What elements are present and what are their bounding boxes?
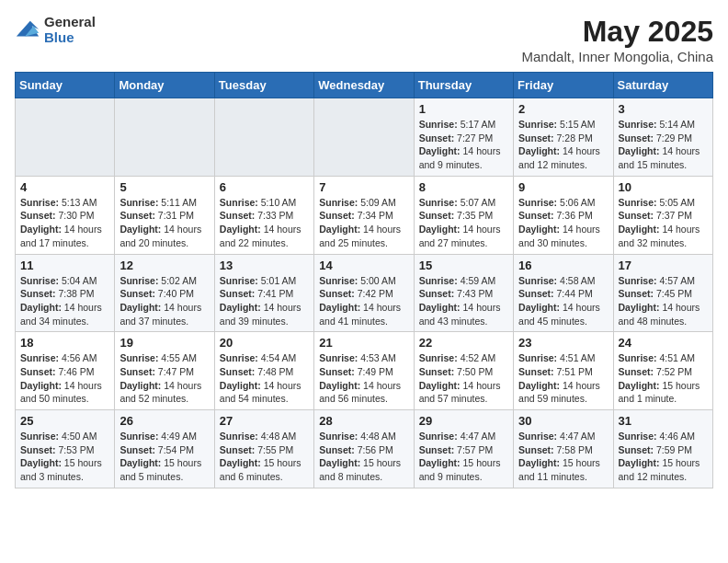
day-number: 11: [20, 259, 109, 272]
calendar-cell: 17Sunrise: 4:57 AMSunset: 7:45 PMDayligh…: [613, 254, 712, 332]
cell-info-line: Daylight: 15 hours and 5 minutes.: [119, 456, 209, 483]
cell-info-line: Daylight: 15 hours and 12 minutes.: [619, 456, 708, 483]
day-header-sunday: Sunday: [16, 73, 115, 98]
cell-info-line: Daylight: 14 hours and 32 minutes.: [619, 223, 708, 249]
cell-info-line: Daylight: 14 hours and 57 minutes.: [419, 379, 508, 406]
cell-info-line: Sunset: 7:58 PM: [518, 443, 608, 457]
day-number: 6: [220, 180, 309, 194]
cell-info-line: Sunrise: 4:54 AM: [220, 351, 309, 365]
day-number: 19: [119, 336, 209, 350]
cell-info-line: Daylight: 14 hours and 56 minutes.: [319, 379, 408, 406]
cell-info-line: Sunrise: 4:58 AM: [518, 274, 608, 288]
day-number: 7: [319, 180, 408, 194]
day-number: 21: [319, 336, 408, 350]
cell-info-line: Daylight: 14 hours and 50 minutes.: [20, 379, 109, 406]
cell-info-line: Sunrise: 5:15 AM: [518, 118, 608, 132]
cell-info-line: Sunset: 7:42 PM: [319, 287, 408, 301]
day-header-tuesday: Tuesday: [214, 73, 313, 98]
cell-info-line: Sunset: 7:46 PM: [20, 365, 109, 379]
cell-info-line: Sunset: 7:45 PM: [619, 287, 708, 301]
title-area: May 2025 Mandalt, Inner Mongolia, China: [522, 15, 713, 64]
calendar-cell: 8Sunrise: 5:07 AMSunset: 7:35 PMDaylight…: [414, 176, 513, 254]
day-header-saturday: Saturday: [613, 73, 712, 98]
cell-info-line: Sunset: 7:40 PM: [119, 287, 209, 301]
cell-info-line: Sunrise: 5:11 AM: [119, 196, 209, 210]
calendar-cell: 5Sunrise: 5:11 AMSunset: 7:31 PMDaylight…: [115, 176, 214, 254]
day-number: 1: [419, 102, 508, 116]
day-number: 17: [619, 259, 708, 272]
location: Mandalt, Inner Mongolia, China: [522, 49, 713, 64]
calendar-cell: 10Sunrise: 5:05 AMSunset: 7:37 PMDayligh…: [613, 176, 712, 254]
cell-info-line: Sunrise: 4:56 AM: [20, 351, 109, 365]
cell-info-line: Sunset: 7:52 PM: [619, 365, 708, 379]
cell-info-line: Daylight: 14 hours and 12 minutes.: [518, 144, 608, 171]
calendar-cell: 19Sunrise: 4:55 AMSunset: 7:47 PMDayligh…: [115, 332, 214, 410]
day-number: 13: [220, 259, 309, 272]
calendar-cell: [16, 98, 115, 177]
cell-info-line: Daylight: 14 hours and 54 minutes.: [220, 379, 309, 406]
calendar-cell: 26Sunrise: 4:49 AMSunset: 7:54 PMDayligh…: [115, 410, 214, 488]
day-number: 23: [518, 336, 608, 350]
day-header-monday: Monday: [115, 73, 214, 98]
cell-info-line: Sunrise: 5:00 AM: [319, 274, 408, 288]
day-number: 22: [419, 336, 508, 350]
calendar-cell: 3Sunrise: 5:14 AMSunset: 7:29 PMDaylight…: [613, 98, 712, 177]
calendar-cell: 11Sunrise: 5:04 AMSunset: 7:38 PMDayligh…: [16, 254, 115, 332]
calendar-week-1: 1Sunrise: 5:17 AMSunset: 7:27 PMDaylight…: [16, 98, 713, 177]
cell-info-line: Daylight: 14 hours and 15 minutes.: [619, 144, 708, 171]
calendar-cell: 23Sunrise: 4:51 AMSunset: 7:51 PMDayligh…: [514, 332, 613, 410]
cell-info-line: Sunset: 7:55 PM: [220, 443, 309, 457]
calendar-body: 1Sunrise: 5:17 AMSunset: 7:27 PMDaylight…: [16, 98, 713, 488]
cell-info-line: Daylight: 15 hours and 8 minutes.: [319, 456, 408, 483]
cell-info-line: Daylight: 14 hours and 22 minutes.: [220, 223, 309, 249]
calendar-cell: [314, 98, 414, 177]
cell-info-line: Sunrise: 4:47 AM: [419, 430, 508, 443]
logo: General Blue: [15, 15, 96, 45]
cell-info-line: Daylight: 14 hours and 43 minutes.: [419, 301, 508, 327]
calendar-cell: 30Sunrise: 4:47 AMSunset: 7:58 PMDayligh…: [514, 410, 613, 488]
cell-info-line: Sunrise: 5:10 AM: [220, 196, 309, 210]
calendar-week-3: 11Sunrise: 5:04 AMSunset: 7:38 PMDayligh…: [16, 254, 713, 332]
cell-info-line: Sunset: 7:38 PM: [20, 287, 109, 301]
cell-info-line: Daylight: 14 hours and 37 minutes.: [119, 301, 209, 327]
day-number: 12: [119, 259, 209, 272]
cell-info-line: Sunset: 7:48 PM: [220, 365, 309, 379]
calendar-table: SundayMondayTuesdayWednesdayThursdayFrid…: [15, 72, 713, 488]
cell-info-line: Daylight: 15 hours and 11 minutes.: [518, 456, 608, 483]
calendar-cell: 13Sunrise: 5:01 AMSunset: 7:41 PMDayligh…: [214, 254, 313, 332]
day-number: 26: [119, 414, 209, 428]
cell-info-line: Sunrise: 4:48 AM: [220, 430, 309, 443]
cell-info-line: Daylight: 14 hours and 9 minutes.: [419, 144, 508, 171]
cell-info-line: Sunset: 7:36 PM: [518, 209, 608, 223]
day-number: 25: [20, 414, 109, 428]
cell-info-line: Sunset: 7:54 PM: [119, 443, 209, 457]
cell-info-line: Daylight: 15 hours and 6 minutes.: [220, 456, 309, 483]
logo-blue-text: Blue: [44, 30, 96, 46]
cell-info-line: Sunrise: 4:59 AM: [419, 274, 508, 288]
cell-info-line: Daylight: 14 hours and 59 minutes.: [518, 379, 608, 406]
day-number: 18: [20, 336, 109, 350]
calendar-cell: 6Sunrise: 5:10 AMSunset: 7:33 PMDaylight…: [214, 176, 313, 254]
calendar-cell: 14Sunrise: 5:00 AMSunset: 7:42 PMDayligh…: [314, 254, 414, 332]
day-number: 3: [619, 102, 708, 116]
cell-info-line: Daylight: 14 hours and 41 minutes.: [319, 301, 408, 327]
cell-info-line: Sunset: 7:43 PM: [419, 287, 508, 301]
cell-info-line: Sunset: 7:53 PM: [20, 443, 109, 457]
calendar-cell: 4Sunrise: 5:13 AMSunset: 7:30 PMDaylight…: [16, 176, 115, 254]
calendar-header-row: SundayMondayTuesdayWednesdayThursdayFrid…: [16, 73, 713, 98]
calendar-cell: 29Sunrise: 4:47 AMSunset: 7:57 PMDayligh…: [414, 410, 513, 488]
cell-info-line: Sunrise: 5:05 AM: [619, 196, 708, 210]
cell-info-line: Sunrise: 5:13 AM: [20, 196, 109, 210]
cell-info-line: Daylight: 14 hours and 48 minutes.: [619, 301, 708, 327]
calendar-cell: 1Sunrise: 5:17 AMSunset: 7:27 PMDaylight…: [414, 98, 513, 177]
calendar-cell: 18Sunrise: 4:56 AMSunset: 7:46 PMDayligh…: [16, 332, 115, 410]
cell-info-line: Sunrise: 4:48 AM: [319, 430, 408, 443]
cell-info-line: Sunrise: 5:09 AM: [319, 196, 408, 210]
cell-info-line: Daylight: 15 hours and 9 minutes.: [419, 456, 508, 483]
cell-info-line: Sunrise: 5:14 AM: [619, 118, 708, 132]
cell-info-line: Sunset: 7:51 PM: [518, 365, 608, 379]
cell-info-line: Sunset: 7:47 PM: [119, 365, 209, 379]
cell-info-line: Sunset: 7:28 PM: [518, 132, 608, 145]
calendar-cell: 7Sunrise: 5:09 AMSunset: 7:34 PMDaylight…: [314, 176, 414, 254]
cell-info-line: Daylight: 14 hours and 45 minutes.: [518, 301, 608, 327]
